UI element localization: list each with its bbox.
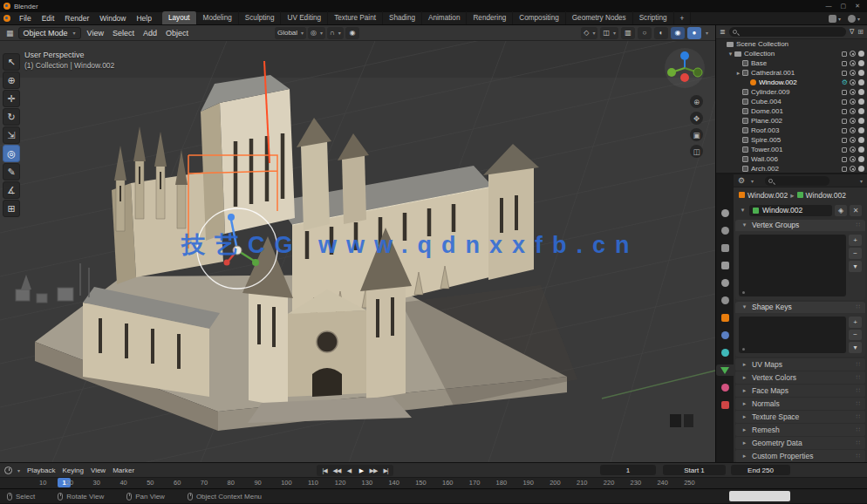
measure-tool[interactable]: ∡ — [3, 181, 20, 199]
disable-render-icon[interactable] — [858, 137, 864, 143]
tab-sculpting[interactable]: Sculpting — [239, 11, 282, 24]
timeline-editor-icon[interactable] — [4, 467, 12, 474]
exclude-checkbox[interactable] — [842, 167, 847, 172]
panel-uv-maps[interactable]: ▸UV Maps∷ — [735, 358, 865, 371]
exclude-checkbox[interactable] — [842, 99, 847, 105]
tab-tool[interactable] — [716, 208, 734, 219]
current-frame-field[interactable]: 1 — [600, 465, 656, 475]
disable-render-icon[interactable] — [858, 99, 864, 105]
outliner-row[interactable]: Cylinder.009 — [716, 87, 867, 97]
properties-filter-dropdown[interactable]: ▾ — [860, 178, 863, 184]
timeline-editor-dropdown[interactable]: ▾ — [17, 467, 20, 473]
perspective-toggle-icon[interactable]: ◫ — [690, 145, 703, 158]
camera-view-icon[interactable]: ▣ — [690, 128, 703, 141]
properties-search-input[interactable] — [765, 176, 829, 186]
new-collection-icon[interactable]: ⊞ — [857, 28, 864, 36]
play-button[interactable]: ▶ — [356, 466, 366, 475]
shading-dropdown[interactable]: ▾ — [706, 30, 708, 36]
next-keyframe-button[interactable]: ▶▶ — [368, 466, 379, 475]
zoom-icon[interactable]: ⊕ — [690, 95, 703, 108]
outliner-row[interactable]: Wall.006 — [716, 154, 867, 164]
disable-render-icon[interactable] — [858, 127, 864, 133]
menu-render[interactable]: Render — [59, 14, 94, 23]
tab-animation[interactable]: Animation — [422, 11, 467, 24]
tab-texture-paint[interactable]: Texture Paint — [328, 11, 383, 24]
tab-modeling[interactable]: Modeling — [197, 11, 239, 24]
outliner-row[interactable]: Roof.003 — [716, 126, 867, 135]
outliner-row[interactable]: Dome.001 — [716, 106, 867, 116]
panel-vertex-groups-header[interactable]: ▾Vertex Groups∷ — [735, 220, 865, 231]
tab-geometry-nodes[interactable]: Geometry Nodes — [566, 11, 633, 24]
transform-tool[interactable]: ◎ — [3, 145, 20, 162]
snapping-magnet-icon[interactable]: ∩▾ — [327, 27, 344, 39]
3d-viewport[interactable]: User Perspective (1) Collection | Window… — [0, 41, 715, 462]
tab-view-layer[interactable] — [716, 260, 734, 271]
exclude-checkbox[interactable] — [842, 90, 847, 95]
tab-output[interactable] — [716, 242, 734, 254]
editor-type-icon[interactable]: ▦ — [3, 29, 17, 37]
pan-hand-icon[interactable]: ✥ — [690, 112, 703, 125]
jump-to-start-button[interactable]: |◀ — [319, 466, 330, 475]
jump-to-end-button[interactable]: ▶| — [380, 466, 391, 475]
disable-render-icon[interactable] — [858, 89, 864, 95]
hide-eye-icon[interactable] — [850, 118, 856, 124]
mode-dropdown[interactable]: Object Mode▾ — [18, 27, 81, 39]
hide-eye-icon[interactable] — [850, 51, 856, 57]
outliner-row[interactable]: Arch.002 — [716, 164, 867, 173]
remove-item-button[interactable]: − — [849, 248, 862, 259]
add-cube-tool[interactable]: ⊞ — [3, 200, 20, 217]
outliner-row[interactable]: ▾Collection — [716, 49, 867, 58]
expand-toggle[interactable]: ▸ — [734, 70, 742, 77]
vertex-groups-list[interactable] — [739, 235, 846, 296]
hide-eye-icon[interactable] — [850, 146, 856, 153]
minimize-button[interactable]: — — [826, 3, 832, 10]
tab-modifiers[interactable] — [716, 330, 734, 341]
exclude-checkbox[interactable] — [842, 71, 847, 76]
shading-solid-icon[interactable]: ◐ — [654, 27, 668, 39]
menu-edit[interactable]: Edit — [37, 14, 60, 23]
hide-eye-icon[interactable] — [850, 89, 856, 95]
specials-dropdown[interactable]: ▾ — [849, 342, 862, 353]
panel-shape-keys-header[interactable]: ▾Shape Keys∷ — [735, 302, 865, 313]
shading-rendered-icon[interactable]: ● — [687, 27, 701, 39]
exclude-checkbox[interactable] — [842, 109, 847, 114]
unlink-button[interactable]: ✕ — [850, 205, 862, 216]
outliner-row[interactable]: Cube.004 — [716, 97, 867, 106]
close-button[interactable]: ✕ — [855, 3, 860, 10]
disable-render-icon[interactable] — [858, 118, 864, 124]
panel-vertex-colors[interactable]: ▸Vertex Colors∷ — [735, 371, 865, 384]
hide-eye-icon[interactable] — [850, 156, 856, 162]
shape-keys-list[interactable] — [739, 317, 846, 353]
blender-menu-icon[interactable] — [3, 15, 10, 22]
transform-orientation-dropdown[interactable]: Global▾ — [275, 27, 306, 39]
tab-material[interactable] — [716, 382, 734, 393]
panel-texture-space[interactable]: ▸Texture Space∷ — [735, 411, 865, 423]
timeline-menu-view[interactable]: View — [87, 467, 109, 474]
viewport-menu-view[interactable]: View — [83, 29, 108, 37]
remove-item-button[interactable]: − — [849, 330, 862, 341]
tab-compositing[interactable]: Compositing — [513, 11, 566, 24]
tab-rendering[interactable]: Rendering — [467, 11, 513, 24]
tab-object-data[interactable] — [716, 364, 734, 376]
navigation-gizmo[interactable] — [665, 48, 705, 88]
add-workspace-button[interactable]: + — [674, 12, 692, 25]
timeline-ruler[interactable]: 1 10203040506070809010011012013014015016… — [0, 477, 867, 488]
scene-selector[interactable]: ▾ — [838, 16, 841, 22]
overlays-icon[interactable]: ◫▾ — [600, 27, 618, 39]
outliner-row[interactable]: ▸Cathedral.001 — [716, 68, 867, 78]
shading-wireframe-icon[interactable]: ○ — [638, 27, 652, 39]
timeline-menu-playback[interactable]: Playback — [24, 467, 58, 474]
tab-layout[interactable]: Layout — [162, 11, 197, 24]
play-reverse-button[interactable]: ◀ — [344, 466, 354, 475]
tab-shading[interactable]: Shading — [383, 11, 422, 24]
gizmos-icon[interactable]: ◇▾ — [581, 27, 597, 39]
outliner-row[interactable]: Tower.001 — [716, 145, 867, 154]
tab-texture[interactable] — [716, 399, 734, 411]
shading-material-icon[interactable]: ◉ — [671, 27, 685, 39]
outliner-row[interactable]: Base — [716, 58, 867, 68]
viewport-menu-object[interactable]: Object — [161, 29, 193, 37]
hide-eye-icon[interactable] — [850, 166, 856, 172]
frame-end-field[interactable]: End 250 — [731, 465, 790, 475]
exclude-checkbox[interactable] — [842, 138, 847, 143]
outliner-row[interactable]: Plane.002 — [716, 116, 867, 126]
